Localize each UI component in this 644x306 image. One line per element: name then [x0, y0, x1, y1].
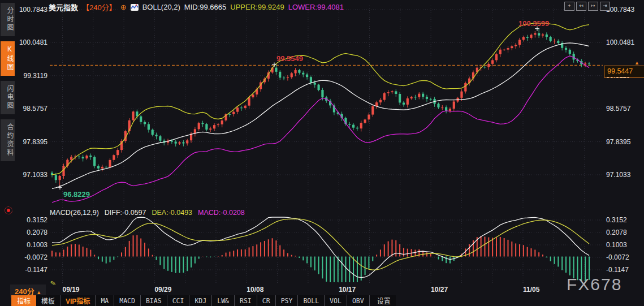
candle-body: [460, 92, 463, 98]
date-axis-label: 10/08: [247, 286, 263, 294]
candle-body: [116, 150, 119, 155]
macd-axis-label-right: 0.1003: [606, 241, 627, 249]
candle-body: [399, 94, 401, 102]
add-indicator-icon[interactable]: ⊕: [120, 3, 127, 11]
candle-body: [441, 107, 443, 107]
candle-body: [546, 35, 548, 37]
chart-tool-icons: +↤↦⇥: [564, 2, 610, 11]
macd-axis-label-left: -0.0072: [16, 253, 47, 261]
toolbar-button-RSI[interactable]: RSI: [235, 295, 257, 306]
macd-axis-label-left: -0.1147: [16, 266, 47, 274]
candle-body: [310, 77, 312, 83]
candle-body: [511, 46, 513, 48]
candle-body: [453, 101, 455, 109]
candle-body: [291, 74, 293, 77]
scale-y-right-icon[interactable]: ↦: [588, 2, 598, 11]
toolbar-button-VIP指标[interactable]: VIP指标: [60, 295, 96, 306]
candle-body: [495, 54, 498, 61]
boll-lower-value: LOWER:99.4081: [288, 3, 344, 11]
candlestick-chart-canvas[interactable]: [0, 0, 644, 306]
candle-body: [159, 136, 161, 141]
candle-body: [430, 99, 432, 100]
candle-body: [522, 37, 525, 40]
candle-body: [352, 125, 355, 128]
toolbar-button-CR[interactable]: CR: [257, 295, 276, 306]
candle-body: [132, 111, 134, 120]
toolbar-button-PSY[interactable]: PSY: [276, 295, 299, 306]
candle-body: [321, 90, 323, 97]
candle-body: [414, 97, 416, 97]
date-axis-label: 09/29: [154, 286, 171, 294]
toolbar-button-BIAS[interactable]: BIAS: [141, 295, 167, 306]
candle-body: [171, 141, 173, 142]
macd-header: MACD(26,12,9) DIFF:-0.0597 DEA:-0.0493 M…: [50, 209, 245, 217]
toolbar-button-KDJ[interactable]: KDJ: [189, 295, 212, 306]
macd-axis-label-right: 0.3152: [606, 216, 627, 224]
symbol-title: 美元指数: [49, 2, 78, 12]
price-annotation-100.3599: 100.3599: [518, 19, 549, 28]
price-up-arrow-icon: ▲: [634, 60, 639, 66]
candle-body: [205, 124, 208, 130]
scale-y-left-icon[interactable]: ↤: [576, 2, 586, 11]
toolbar-button-OBV[interactable]: OBV: [347, 295, 370, 306]
toolbar-button-模板[interactable]: 模板: [36, 295, 60, 306]
macd-axis-label-left: 0.2078: [16, 229, 47, 236]
candle-body: [70, 157, 72, 160]
candle-body: [244, 106, 247, 108]
date-axis-label: 10/27: [431, 286, 448, 294]
candle-body: [144, 122, 146, 124]
candle-body: [93, 157, 96, 166]
toolbar-button-MACD[interactable]: MACD: [114, 295, 141, 306]
toolbar-button-CCI[interactable]: CCI: [167, 295, 190, 306]
period-up-arrow-icon: ▲: [36, 290, 41, 295]
toolbar-button-LW&[interactable]: LW&: [212, 295, 235, 306]
toolbar-button-指标[interactable]: 指标: [11, 295, 36, 306]
toolbar-button-设置[interactable]: 设置: [372, 295, 396, 306]
boll-indicator-label: BOLL(20,2): [142, 3, 180, 11]
boll-lower-line: [52, 56, 589, 202]
toolbar-button-VOL[interactable]: VOL: [325, 295, 347, 306]
candle-body: [105, 167, 107, 167]
candle-body: [356, 128, 358, 128]
macd-diff-line: [52, 217, 589, 278]
candle-body: [275, 68, 277, 72]
candle-body: [518, 40, 521, 45]
candle-body: [526, 37, 529, 37]
candle-body: [437, 104, 439, 107]
chart-icon: [131, 4, 139, 11]
candle-body: [209, 128, 211, 130]
pan-right-icon[interactable]: ⇥: [600, 2, 610, 11]
candle-body: [155, 135, 157, 136]
candle-body: [515, 45, 517, 46]
candle-body: [379, 100, 382, 102]
candle-body: [387, 92, 390, 93]
price-axis-label-left: 98.5757: [16, 105, 47, 113]
candle-body: [317, 85, 319, 90]
candle-body: [499, 50, 502, 54]
toolbar-button-MA[interactable]: MA: [96, 295, 114, 306]
candle-body: [426, 97, 428, 99]
price-annotation-96.8229: 96.8229: [63, 190, 90, 199]
candle-body: [407, 98, 409, 105]
price-axis-label-right: 97.1033: [606, 171, 630, 179]
candle-body: [410, 97, 413, 98]
chart-header: 美元指数 【240分】 ⊕ BOLL(20,2) MID:99.6665 UPP…: [49, 2, 344, 12]
candle-body: [109, 160, 111, 167]
candle-body: [534, 33, 536, 35]
candle-body: [232, 112, 235, 114]
price-axis-label-left: 100.0481: [16, 38, 47, 46]
candle-body: [368, 115, 370, 120]
move-tool-icon[interactable]: +: [564, 2, 574, 11]
toolbar-button-BOLL[interactable]: BOLL: [298, 295, 325, 306]
candle-body: [55, 175, 57, 180]
fx678-watermark: FX678: [567, 275, 622, 294]
macd-axis-label-left: 0.1003: [16, 241, 47, 249]
boll-upper-value: UPPER:99.9249: [230, 3, 284, 11]
candle-body: [364, 119, 366, 123]
candle-body: [565, 48, 567, 50]
macd-diff-value: DIFF:-0.0597: [105, 209, 146, 217]
candle-body: [449, 109, 451, 111]
candle-body: [186, 140, 188, 143]
candle-body: [78, 157, 80, 157]
draw-tool-pencil-icon[interactable]: ✎: [50, 279, 57, 288]
